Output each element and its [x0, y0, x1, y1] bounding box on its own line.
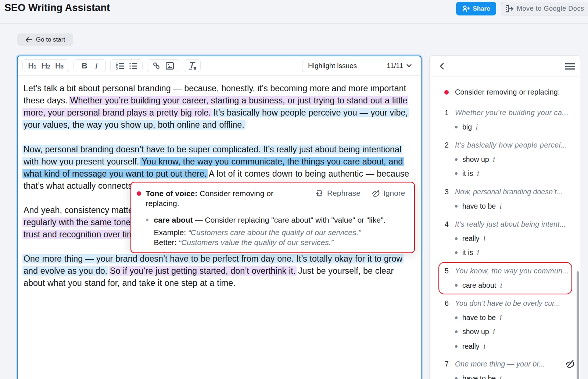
- svg-text:3: 3: [116, 67, 118, 70]
